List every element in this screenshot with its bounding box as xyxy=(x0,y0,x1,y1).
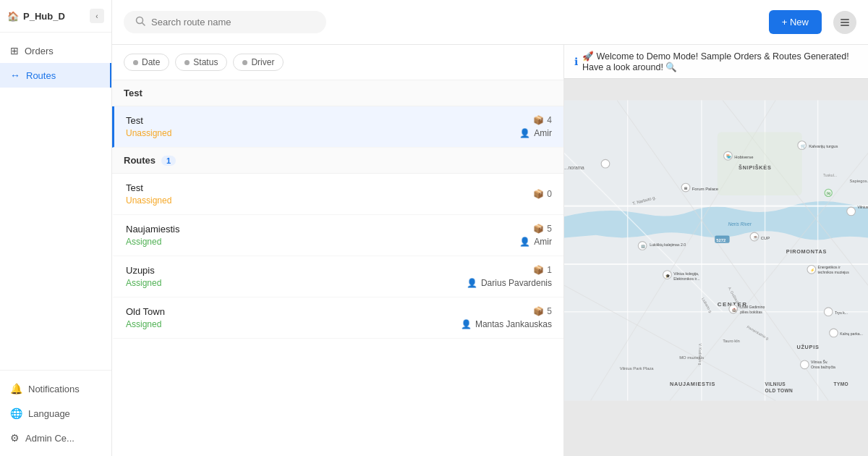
route-item-oldtown[interactable]: Old Town Assigned 📦 5 👤 Mantas Jankauska… xyxy=(112,297,563,339)
route-status: Assigned xyxy=(126,237,465,247)
svg-text:🏢: 🏢 xyxy=(641,244,646,249)
admin-label: Admin Ce... xyxy=(25,433,75,444)
svg-point-60 xyxy=(801,360,809,369)
route-status-unassigned: Unassigned xyxy=(126,128,465,138)
filter-status-label: Status xyxy=(193,57,218,67)
filter-status[interactable]: Status xyxy=(175,54,227,71)
driver-icon: 👤 xyxy=(519,128,530,138)
route-item-uzupis[interactable]: Uzupis Assigned 📦 1 👤 Darius Pavardenis xyxy=(112,256,563,297)
svg-text:🏰: 🏰 xyxy=(732,308,737,313)
filter-date-label: Date xyxy=(142,57,160,67)
route-packages: 📦 0 xyxy=(533,189,552,199)
route-name: Old Town xyxy=(126,306,461,317)
user-avatar[interactable] xyxy=(833,11,856,34)
route-driver: 👤 Amir xyxy=(519,128,552,138)
map-area[interactable]: ℹ 🚀 Welcome to Demo Mode! Sample Orders … xyxy=(564,45,868,456)
filter-date-dot xyxy=(133,60,138,65)
svg-text:Tauro kln: Tauro kln xyxy=(723,339,740,343)
route-packages: 📦 1 xyxy=(533,265,552,275)
svg-text:LNM Gedimino: LNM Gedimino xyxy=(740,305,765,309)
svg-text:NAUJAMIESTIS: NAUJAMIESTIS xyxy=(670,381,715,387)
sidebar-item-routes[interactable]: ↔ Routes xyxy=(0,63,111,88)
svg-text:Kalvarijų turgus: Kalvarijų turgus xyxy=(809,144,838,148)
map-banner-text: 🚀 Welcome to Demo Mode! Sample Orders & … xyxy=(582,51,858,72)
filter-status-dot xyxy=(184,60,190,65)
svg-text:🏪: 🏪 xyxy=(726,153,732,159)
language-label: Language xyxy=(28,408,70,419)
svg-point-58 xyxy=(830,329,838,337)
hub-icon: 🏠 xyxy=(7,11,19,22)
route-group-routes-header: Routes 1 xyxy=(112,148,563,174)
svg-text:Vilnius Park Plaza: Vilnius Park Plaza xyxy=(620,366,655,371)
svg-text:🎓: 🎓 xyxy=(665,274,671,279)
svg-point-80 xyxy=(601,159,610,168)
route-group-test-header: Test xyxy=(112,80,563,106)
hub-name-label: P_Hub_D xyxy=(23,11,65,22)
routes-icon: ↔ xyxy=(10,69,20,81)
admin-icon: ⚙ xyxy=(10,432,20,444)
sidebar-item-notifications[interactable]: 🔔 Notifications xyxy=(0,376,111,401)
svg-text:Tuskul...: Tuskul... xyxy=(823,173,837,177)
svg-point-56 xyxy=(824,308,833,316)
route-driver: 👤 Amir xyxy=(519,237,552,247)
route-info: Naujamiestis Assigned xyxy=(126,224,465,247)
route-packages: 📦 5 xyxy=(533,306,552,316)
package-icon: 📦 xyxy=(533,265,544,275)
group-routes-badge: 1 xyxy=(161,156,176,166)
driver-name: Mantas Jankauskas xyxy=(475,319,552,329)
svg-text:Vilnius kolegija,: Vilnius kolegija, xyxy=(673,271,699,276)
driver-name: Amir xyxy=(534,237,552,247)
svg-text:🏛: 🏛 xyxy=(684,186,688,190)
route-status: Assigned xyxy=(126,278,465,288)
svg-text:Onos bažnyčia: Onos bažnyčia xyxy=(811,365,835,369)
svg-text:Iki: Iki xyxy=(827,191,830,195)
svg-text:Elektronikos ir...: Elektronikos ir... xyxy=(673,276,699,281)
driver-icon: 👤 xyxy=(519,237,530,247)
route-name: Uzupis xyxy=(126,265,465,276)
filter-driver-dot xyxy=(242,60,247,65)
search-icon xyxy=(135,16,145,28)
sidebar-item-orders[interactable]: ⊞ Orders xyxy=(0,38,111,63)
driver-name: Amir xyxy=(534,128,552,138)
routes-panel: Date Status Driver Test xyxy=(112,45,564,456)
svg-text:V. Kudirkos g.: V. Kudirkos g. xyxy=(698,344,702,366)
package-icon: 📦 xyxy=(533,115,544,125)
svg-rect-3 xyxy=(841,22,849,23)
language-icon: 🌐 xyxy=(10,408,22,419)
route-item-test2[interactable]: Test Unassigned 📦 0 xyxy=(112,174,563,215)
route-status: Unassigned xyxy=(126,195,465,206)
route-info: Test Unassigned xyxy=(126,182,465,206)
sidebar-header: 🏠 P_Hub_D ‹ xyxy=(0,0,111,33)
search-input[interactable] xyxy=(151,17,315,28)
route-item-naujamiestis[interactable]: Naujamiestis Assigned 📦 5 👤 Amir xyxy=(112,215,563,256)
svg-text:UŽUPIS: UŽUPIS xyxy=(796,344,819,350)
filter-driver[interactable]: Driver xyxy=(233,54,284,71)
route-meta: 📦 4 👤 Amir xyxy=(465,115,552,138)
svg-point-73 xyxy=(847,207,856,216)
svg-text:Forum Palace: Forum Palace xyxy=(692,187,718,191)
sidebar-item-admin[interactable]: ⚙ Admin Ce... xyxy=(0,426,111,450)
routes-list: Test Test Unassigned 📦 4 👤 xyxy=(112,80,563,456)
package-count: 5 xyxy=(547,306,552,316)
route-meta: 📦 0 xyxy=(465,189,552,199)
route-driver: 👤 Darius Pavardenis xyxy=(467,278,552,288)
svg-text:ŠNIPIŠKĖS: ŠNIPIŠKĖS xyxy=(739,164,772,171)
svg-text:🛒: 🛒 xyxy=(801,143,807,149)
topbar: + New xyxy=(112,0,868,45)
content-area: Date Status Driver Test xyxy=(112,45,868,456)
svg-text:Trys k...: Trys k... xyxy=(835,311,848,315)
sidebar-collapse-button[interactable]: ‹ xyxy=(90,9,104,23)
package-count: 1 xyxy=(547,265,552,275)
route-info: Test Unassigned xyxy=(126,115,465,138)
notifications-label: Notifications xyxy=(28,384,80,394)
new-button[interactable]: + New xyxy=(769,10,822,34)
svg-text:⚡: ⚡ xyxy=(810,268,815,273)
route-item-test-unassigned[interactable]: Test Unassigned 📦 4 👤 Amir xyxy=(112,106,563,148)
svg-text:TYMO: TYMO xyxy=(834,381,848,387)
svg-text:PIROMONTAS: PIROMONTAS xyxy=(786,248,827,255)
filter-date[interactable]: Date xyxy=(124,54,169,71)
info-icon: ℹ xyxy=(574,56,578,67)
package-icon: 📦 xyxy=(533,189,544,199)
svg-text:Kalnų parka...: Kalnų parka... xyxy=(840,332,863,336)
sidebar-item-language[interactable]: 🌐 Language xyxy=(0,401,111,426)
